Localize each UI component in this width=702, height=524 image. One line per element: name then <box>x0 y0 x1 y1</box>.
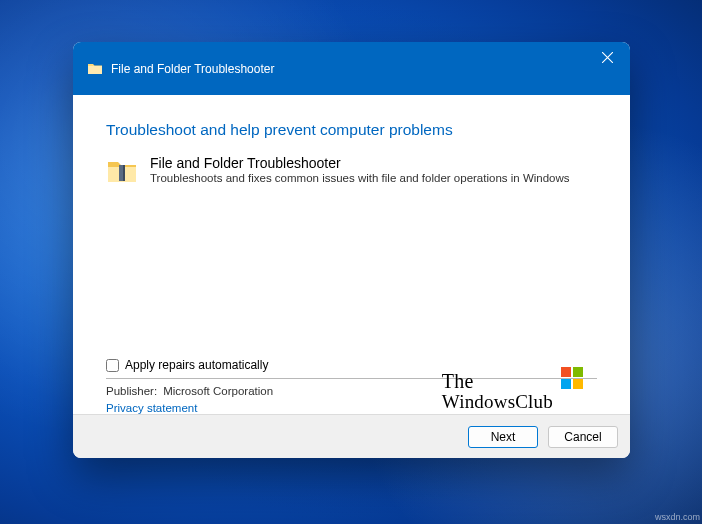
svg-rect-0 <box>119 165 123 181</box>
publisher-label: Publisher: <box>106 385 157 397</box>
cancel-button[interactable]: Cancel <box>548 426 618 448</box>
publisher-value: Microsoft Corporation <box>163 385 273 397</box>
item-description: Troubleshoots and fixes common issues wi… <box>150 172 570 184</box>
close-icon <box>602 52 613 63</box>
next-button[interactable]: Next <box>468 426 538 448</box>
dialog-body: Troubleshoot and help prevent computer p… <box>73 95 630 414</box>
svg-rect-1 <box>123 165 125 181</box>
troubleshooter-dialog: File and Folder Troubleshooter Troublesh… <box>73 42 630 458</box>
page-heading: Troubleshoot and help prevent computer p… <box>106 121 597 139</box>
troubleshooter-item[interactable]: File and Folder Troubleshooter Troublesh… <box>106 155 597 187</box>
apply-repairs-label: Apply repairs automatically <box>125 358 268 372</box>
folder-icon <box>87 61 103 77</box>
publisher-row: Publisher: Microsoft Corporation <box>106 385 597 397</box>
titlebar: File and Folder Troubleshooter <box>73 42 630 95</box>
apply-repairs-checkbox[interactable] <box>106 359 119 372</box>
item-title: File and Folder Troubleshooter <box>150 155 570 171</box>
close-button[interactable] <box>584 42 630 72</box>
window-title: File and Folder Troubleshooter <box>111 62 274 76</box>
source-attribution: wsxdn.com <box>655 512 700 522</box>
dialog-footer: Next Cancel <box>73 414 630 458</box>
privacy-statement-link[interactable]: Privacy statement <box>106 402 597 414</box>
apply-repairs-row[interactable]: Apply repairs automatically <box>106 358 597 372</box>
folder-icon <box>106 155 138 187</box>
divider <box>106 378 597 379</box>
